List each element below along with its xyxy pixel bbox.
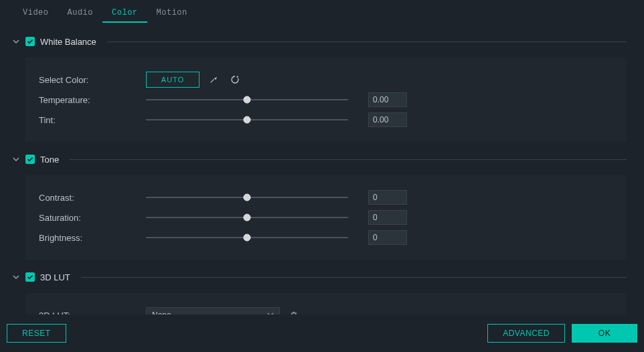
label-temperature: Temperature: [39, 95, 146, 105]
trash-icon[interactable] [287, 308, 301, 315]
label-select-color: Select Color: [39, 75, 146, 85]
section-title-white-balance: White Balance [40, 37, 96, 47]
select-3d-lut[interactable]: None [146, 307, 280, 315]
checkbox-tone[interactable] [25, 155, 35, 164]
eyedropper-icon[interactable] [206, 72, 221, 87]
input-temperature[interactable]: 0.00 [368, 92, 407, 107]
checkbox-white-balance[interactable] [25, 37, 35, 46]
divider [81, 277, 627, 278]
chevron-down-icon[interactable] [12, 37, 20, 46]
slider-temperature[interactable] [146, 99, 348, 100]
auto-button[interactable]: AUTO [146, 72, 199, 88]
input-brightness[interactable]: 0 [368, 230, 407, 245]
color-panel-scroll[interactable]: White Balance Select Color: AUTO Tempera… [0, 23, 644, 315]
section-body-3d-lut: 3D LUT: None [25, 293, 627, 315]
tab-audio[interactable]: Audio [58, 8, 103, 23]
ok-button[interactable]: OK [572, 324, 637, 343]
tab-video[interactable]: Video [13, 8, 58, 23]
slider-saturation[interactable] [146, 217, 348, 218]
input-contrast[interactable]: 0 [368, 190, 407, 205]
slider-brightness[interactable] [146, 237, 348, 238]
slider-contrast[interactable] [146, 197, 348, 198]
footer-bar: RESET ADVANCED OK [0, 315, 644, 352]
section-title-tone: Tone [40, 155, 59, 165]
section-header-3d-lut: 3D LUT [12, 268, 627, 286]
section-header-tone: Tone [12, 150, 627, 169]
section-body-tone: Contrast: 0 Saturation: 0 Brightness: [25, 175, 627, 260]
section-header-white-balance: White Balance [12, 32, 627, 51]
chevron-down-icon[interactable] [12, 273, 20, 281]
section-title-3d-lut: 3D LUT [40, 272, 70, 282]
divider [107, 41, 627, 42]
tab-motion[interactable]: Motion [147, 8, 197, 23]
tab-bar: Video Audio Color Motion [0, 0, 644, 23]
reset-button[interactable]: RESET [7, 324, 66, 343]
input-saturation[interactable]: 0 [368, 210, 407, 225]
label-tint: Tint: [39, 115, 146, 125]
divider [70, 159, 627, 160]
reset-circle-icon[interactable] [228, 72, 242, 87]
input-tint[interactable]: 0.00 [368, 112, 407, 127]
label-contrast: Contrast: [39, 193, 146, 203]
chevron-down-icon[interactable] [12, 155, 20, 163]
slider-tint[interactable] [146, 119, 348, 120]
checkbox-3d-lut[interactable] [25, 272, 35, 282]
label-brightness: Brightness: [39, 233, 146, 243]
section-body-white-balance: Select Color: AUTO Temperature: 0.00 [25, 58, 627, 142]
tab-color[interactable]: Color [102, 8, 147, 23]
advanced-button[interactable]: ADVANCED [487, 324, 565, 343]
label-saturation: Saturation: [39, 213, 146, 223]
